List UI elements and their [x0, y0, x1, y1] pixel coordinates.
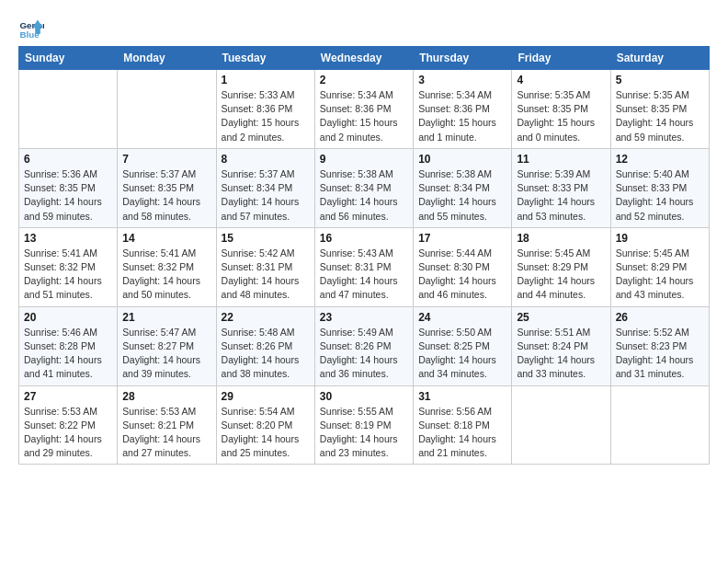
- day-header-sunday: Sunday: [19, 47, 118, 70]
- calendar-cell: [512, 385, 610, 465]
- day-number: 17: [418, 232, 506, 245]
- day-number: 16: [320, 232, 408, 245]
- day-info: Sunrise: 5:53 AM Sunset: 8:22 PM Dayligh…: [24, 405, 112, 461]
- logo-icon: General Blue: [18, 15, 44, 40]
- day-header-friday: Friday: [512, 47, 610, 70]
- day-number: 18: [517, 232, 605, 245]
- day-number: 27: [24, 390, 112, 403]
- day-info: Sunrise: 5:44 AM Sunset: 8:30 PM Dayligh…: [418, 247, 506, 303]
- calendar-header-row: SundayMondayTuesdayWednesdayThursdayFrid…: [19, 47, 710, 70]
- calendar-cell: [19, 70, 118, 149]
- day-number: 30: [320, 390, 408, 403]
- day-info: Sunrise: 5:36 AM Sunset: 8:35 PM Dayligh…: [24, 167, 112, 224]
- day-header-wednesday: Wednesday: [314, 47, 413, 70]
- day-info: Sunrise: 5:47 AM Sunset: 8:27 PM Dayligh…: [122, 326, 210, 382]
- day-info: Sunrise: 5:40 AM Sunset: 8:33 PM Dayligh…: [616, 167, 704, 224]
- calendar-cell: 28Sunrise: 5:53 AM Sunset: 8:21 PM Dayli…: [118, 385, 216, 465]
- calendar-week-row: 13Sunrise: 5:41 AM Sunset: 8:32 PM Dayli…: [19, 227, 710, 306]
- day-number: 9: [320, 153, 408, 166]
- calendar-cell: [118, 70, 216, 149]
- day-info: Sunrise: 5:35 AM Sunset: 8:35 PM Dayligh…: [517, 88, 605, 144]
- day-number: 2: [320, 74, 408, 86]
- day-info: Sunrise: 5:38 AM Sunset: 8:34 PM Dayligh…: [418, 167, 506, 224]
- calendar-cell: 6Sunrise: 5:36 AM Sunset: 8:35 PM Daylig…: [19, 148, 118, 227]
- day-info: Sunrise: 5:34 AM Sunset: 8:36 PM Dayligh…: [320, 88, 408, 144]
- calendar-cell: 11Sunrise: 5:39 AM Sunset: 8:33 PM Dayli…: [512, 148, 610, 227]
- calendar-cell: 10Sunrise: 5:38 AM Sunset: 8:34 PM Dayli…: [414, 148, 512, 227]
- day-number: 12: [616, 153, 704, 166]
- day-number: 28: [122, 390, 210, 403]
- calendar-cell: [610, 385, 709, 465]
- calendar-cell: 23Sunrise: 5:49 AM Sunset: 8:26 PM Dayli…: [314, 306, 413, 385]
- day-header-saturday: Saturday: [610, 47, 709, 70]
- day-info: Sunrise: 5:50 AM Sunset: 8:25 PM Dayligh…: [418, 326, 506, 382]
- day-info: Sunrise: 5:41 AM Sunset: 8:32 PM Dayligh…: [122, 247, 210, 303]
- calendar-cell: 2Sunrise: 5:34 AM Sunset: 8:36 PM Daylig…: [314, 70, 413, 149]
- header: General Blue: [18, 15, 710, 40]
- day-info: Sunrise: 5:34 AM Sunset: 8:36 PM Dayligh…: [418, 88, 506, 144]
- calendar-cell: 7Sunrise: 5:37 AM Sunset: 8:35 PM Daylig…: [118, 148, 216, 227]
- day-number: 3: [418, 74, 506, 86]
- calendar-cell: 17Sunrise: 5:44 AM Sunset: 8:30 PM Dayli…: [414, 227, 512, 306]
- day-number: 29: [222, 390, 310, 403]
- day-info: Sunrise: 5:48 AM Sunset: 8:26 PM Dayligh…: [222, 326, 310, 382]
- calendar-cell: 15Sunrise: 5:42 AM Sunset: 8:31 PM Dayli…: [216, 227, 314, 306]
- day-number: 5: [616, 74, 704, 86]
- calendar-cell: 26Sunrise: 5:52 AM Sunset: 8:23 PM Dayli…: [610, 306, 709, 385]
- day-info: Sunrise: 5:39 AM Sunset: 8:33 PM Dayligh…: [517, 167, 605, 224]
- day-number: 20: [24, 311, 112, 324]
- calendar-cell: 1Sunrise: 5:33 AM Sunset: 8:36 PM Daylig…: [216, 70, 314, 149]
- day-info: Sunrise: 5:37 AM Sunset: 8:34 PM Dayligh…: [222, 167, 310, 224]
- day-info: Sunrise: 5:54 AM Sunset: 8:20 PM Dayligh…: [222, 405, 310, 461]
- calendar-cell: 18Sunrise: 5:45 AM Sunset: 8:29 PM Dayli…: [512, 227, 610, 306]
- day-number: 1: [222, 74, 310, 86]
- day-info: Sunrise: 5:53 AM Sunset: 8:21 PM Dayligh…: [122, 405, 210, 461]
- calendar-cell: 3Sunrise: 5:34 AM Sunset: 8:36 PM Daylig…: [414, 70, 512, 149]
- day-number: 15: [222, 232, 310, 245]
- day-number: 19: [616, 232, 704, 245]
- calendar-week-row: 6Sunrise: 5:36 AM Sunset: 8:35 PM Daylig…: [19, 148, 710, 227]
- calendar: SundayMondayTuesdayWednesdayThursdayFrid…: [18, 46, 710, 465]
- calendar-cell: 30Sunrise: 5:55 AM Sunset: 8:19 PM Dayli…: [314, 385, 413, 465]
- day-number: 6: [24, 153, 112, 166]
- calendar-cell: 8Sunrise: 5:37 AM Sunset: 8:34 PM Daylig…: [216, 148, 314, 227]
- logo: General Blue: [18, 15, 48, 40]
- day-number: 23: [320, 311, 408, 324]
- day-info: Sunrise: 5:45 AM Sunset: 8:29 PM Dayligh…: [517, 247, 605, 303]
- day-header-thursday: Thursday: [414, 47, 512, 70]
- day-number: 24: [418, 311, 506, 324]
- day-info: Sunrise: 5:35 AM Sunset: 8:35 PM Dayligh…: [616, 88, 704, 144]
- calendar-cell: 25Sunrise: 5:51 AM Sunset: 8:24 PM Dayli…: [512, 306, 610, 385]
- day-number: 13: [24, 232, 112, 245]
- calendar-cell: 9Sunrise: 5:38 AM Sunset: 8:34 PM Daylig…: [314, 148, 413, 227]
- calendar-cell: 16Sunrise: 5:43 AM Sunset: 8:31 PM Dayli…: [314, 227, 413, 306]
- day-header-tuesday: Tuesday: [216, 47, 314, 70]
- calendar-cell: 19Sunrise: 5:45 AM Sunset: 8:29 PM Dayli…: [610, 227, 709, 306]
- day-info: Sunrise: 5:42 AM Sunset: 8:31 PM Dayligh…: [222, 247, 310, 303]
- day-number: 21: [122, 311, 210, 324]
- day-number: 7: [122, 153, 210, 166]
- calendar-week-row: 20Sunrise: 5:46 AM Sunset: 8:28 PM Dayli…: [19, 306, 710, 385]
- day-info: Sunrise: 5:56 AM Sunset: 8:18 PM Dayligh…: [418, 405, 506, 461]
- calendar-cell: 27Sunrise: 5:53 AM Sunset: 8:22 PM Dayli…: [19, 385, 118, 465]
- day-info: Sunrise: 5:45 AM Sunset: 8:29 PM Dayligh…: [616, 247, 704, 303]
- calendar-cell: 13Sunrise: 5:41 AM Sunset: 8:32 PM Dayli…: [19, 227, 118, 306]
- day-number: 11: [517, 153, 605, 166]
- day-number: 4: [517, 74, 605, 86]
- day-info: Sunrise: 5:43 AM Sunset: 8:31 PM Dayligh…: [320, 247, 408, 303]
- day-info: Sunrise: 5:37 AM Sunset: 8:35 PM Dayligh…: [122, 167, 210, 224]
- calendar-cell: 31Sunrise: 5:56 AM Sunset: 8:18 PM Dayli…: [414, 385, 512, 465]
- day-info: Sunrise: 5:51 AM Sunset: 8:24 PM Dayligh…: [517, 326, 605, 382]
- calendar-cell: 24Sunrise: 5:50 AM Sunset: 8:25 PM Dayli…: [414, 306, 512, 385]
- calendar-week-row: 1Sunrise: 5:33 AM Sunset: 8:36 PM Daylig…: [19, 70, 710, 149]
- calendar-cell: 5Sunrise: 5:35 AM Sunset: 8:35 PM Daylig…: [610, 70, 709, 149]
- day-info: Sunrise: 5:41 AM Sunset: 8:32 PM Dayligh…: [24, 247, 112, 303]
- day-info: Sunrise: 5:38 AM Sunset: 8:34 PM Dayligh…: [320, 167, 408, 224]
- day-info: Sunrise: 5:52 AM Sunset: 8:23 PM Dayligh…: [616, 326, 704, 382]
- calendar-week-row: 27Sunrise: 5:53 AM Sunset: 8:22 PM Dayli…: [19, 385, 710, 465]
- day-number: 31: [418, 390, 506, 403]
- day-number: 25: [517, 311, 605, 324]
- day-info: Sunrise: 5:33 AM Sunset: 8:36 PM Dayligh…: [222, 88, 310, 144]
- day-info: Sunrise: 5:46 AM Sunset: 8:28 PM Dayligh…: [24, 326, 112, 382]
- calendar-cell: 21Sunrise: 5:47 AM Sunset: 8:27 PM Dayli…: [118, 306, 216, 385]
